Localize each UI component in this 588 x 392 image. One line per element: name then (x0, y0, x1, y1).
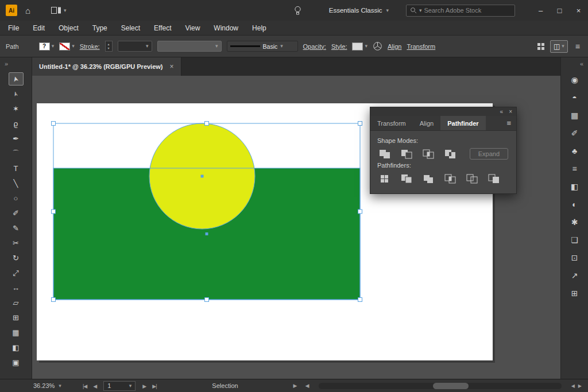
minus-front-button[interactable] (399, 148, 414, 160)
search-input[interactable] (424, 7, 511, 14)
direct-selection-tool[interactable]: ➣ (9, 87, 24, 100)
stepper-down-icon[interactable]: ▾ (108, 46, 110, 51)
scrollbar-thumb[interactable] (433, 383, 469, 389)
stepper-up-icon[interactable]: ▴ (108, 42, 110, 46)
menu-file[interactable]: File (1, 24, 26, 32)
dock-collapse-icon[interactable]: « (561, 57, 588, 71)
adobe-stock-search[interactable]: ▾ (406, 5, 515, 17)
gradient-tool[interactable]: ◧ (9, 341, 24, 354)
symbols-panel[interactable]: ♣ (568, 145, 582, 157)
menu-object[interactable]: Object (52, 24, 86, 32)
style-link[interactable]: Style: (331, 43, 347, 50)
brush-definition-select[interactable]: Basic ▾ (227, 41, 298, 52)
crop-button[interactable] (443, 173, 458, 184)
stroke-panel-link[interactable]: Stroke: (80, 43, 100, 50)
panel-dock-button[interactable]: ◫ ▾ (550, 40, 568, 53)
transparency-panel[interactable]: ◐ (568, 198, 582, 211)
transform-link[interactable]: Transform (407, 43, 435, 50)
close-button[interactable]: × (569, 0, 588, 21)
menu-edit[interactable]: Edit (26, 24, 52, 32)
line-segment-tool[interactable]: ╲ (9, 177, 24, 190)
scroll-left-icon[interactable]: ◀ (571, 383, 575, 389)
asset-export-panel[interactable]: ↗ (568, 269, 582, 282)
recolor-artwork-icon[interactable] (373, 41, 382, 51)
panel-collapse-icon[interactable]: « (500, 109, 504, 115)
artboard-tool[interactable]: ▣ (9, 356, 24, 369)
horizontal-scrollbar[interactable] (319, 383, 561, 389)
appearance-panel[interactable]: ✱ (568, 216, 582, 228)
expand-button[interactable]: Expand (470, 148, 508, 160)
toolbar-expand-icon[interactable]: » (0, 57, 32, 71)
stroke-width-stepper[interactable]: ▴ ▾ (105, 41, 113, 52)
tab-pathfinder[interactable]: Pathfinder (440, 116, 485, 130)
free-transform-tool[interactable]: ▱ (9, 296, 24, 309)
stroke-panel[interactable]: ≡ (568, 162, 582, 175)
lasso-tool[interactable]: ϱ (9, 117, 24, 130)
scissors-tool[interactable]: ✂ (9, 236, 24, 250)
workspace-grid-icon[interactable] (537, 42, 545, 51)
merge-button[interactable] (421, 173, 436, 184)
tab-close-icon[interactable]: × (170, 63, 174, 71)
align-link[interactable]: Align (388, 43, 401, 50)
type-tool[interactable]: T (9, 162, 24, 175)
next-artboard-icon[interactable]: ▶ (142, 383, 146, 389)
home-icon[interactable]: ⌂ (25, 6, 30, 15)
trim-button[interactable] (399, 173, 414, 184)
color-guide-panel[interactable]: ◓ (568, 91, 582, 104)
pen-tool[interactable]: ✒ (9, 132, 24, 145)
menu-select[interactable]: Select (114, 24, 147, 32)
unite-button[interactable] (377, 148, 392, 160)
magic-wand-tool[interactable]: ✶ (9, 102, 24, 115)
artboard-navigation-select[interactable]: 1 ▾ (103, 381, 136, 391)
width-tool[interactable]: ↔ (9, 281, 24, 294)
scale-tool[interactable]: ⤢ (9, 266, 24, 280)
selection-tool[interactable]: ➤ (9, 72, 24, 86)
graphic-styles-panel[interactable]: ❏ (568, 234, 582, 246)
fill-swatch[interactable]: ? (39, 42, 50, 51)
workspace-switcher[interactable]: Essentials Classic ▾ (329, 7, 389, 14)
mesh-tool[interactable]: ▦ (9, 326, 24, 339)
maximize-button[interactable]: □ (550, 0, 569, 21)
tab-align[interactable]: Align (413, 116, 440, 130)
menu-type[interactable]: Type (86, 24, 114, 32)
fill-color-control[interactable]: ? ▾ (39, 42, 55, 51)
shape-builder-tool[interactable]: ⊞ (9, 311, 24, 324)
prev-artboard-icon[interactable]: ◀ (93, 383, 96, 389)
minus-back-button[interactable] (486, 173, 501, 184)
stroke-none-swatch[interactable] (59, 42, 70, 51)
scroll-right-icon[interactable]: ▶ (578, 383, 582, 389)
arrange-documents-button[interactable]: ▾ (51, 7, 67, 14)
swatches-panel[interactable]: ▦ (568, 109, 582, 122)
libraries-panel[interactable]: ⊞ (568, 287, 582, 300)
color-panel[interactable]: ◉ (568, 73, 582, 86)
document-tab[interactable]: Untitled-1* @ 36.23% (RGB/GPU Preview) × (32, 57, 181, 76)
intersect-button[interactable] (421, 148, 436, 160)
gradient-panel[interactable]: ◧ (568, 180, 582, 193)
style-select[interactable]: ▾ (352, 42, 368, 51)
brushes-panel[interactable]: ✐ (568, 127, 582, 139)
outline-button[interactable] (465, 173, 479, 184)
menu-window[interactable]: Window (207, 24, 245, 32)
ellipse-tool[interactable]: ○ (9, 192, 24, 205)
stroke-color-control[interactable]: ▾ (59, 42, 75, 51)
tab-transform[interactable]: Transform (370, 116, 413, 130)
menu-effect[interactable]: Effect (147, 24, 178, 32)
menu-view[interactable]: View (179, 24, 207, 32)
status-expand-right-icon[interactable]: ▶ (293, 383, 297, 389)
panel-menu-icon[interactable]: ≡ (506, 119, 511, 127)
pencil-tool[interactable]: ✎ (9, 222, 24, 235)
zoom-control[interactable]: 36.23% ▾ (33, 382, 76, 389)
curvature-tool[interactable]: ⌒ (9, 147, 24, 160)
menu-help[interactable]: Help (245, 24, 273, 32)
layers-panel[interactable]: ⊡ (568, 251, 582, 264)
divide-button[interactable] (377, 173, 392, 184)
panel-close-icon[interactable]: × (509, 109, 512, 115)
rotate-tool[interactable]: ↻ (9, 251, 24, 265)
exclude-button[interactable] (443, 148, 458, 160)
paintbrush-tool[interactable]: ✐ (9, 207, 24, 220)
stroke-width-select[interactable]: ▾ (118, 41, 152, 52)
status-expand-left-icon[interactable]: ◀ (305, 383, 309, 389)
discover-lightbulb-icon[interactable] (294, 6, 301, 15)
opacity-link[interactable]: Opacity: (303, 43, 326, 50)
minimize-button[interactable]: – (531, 0, 550, 21)
